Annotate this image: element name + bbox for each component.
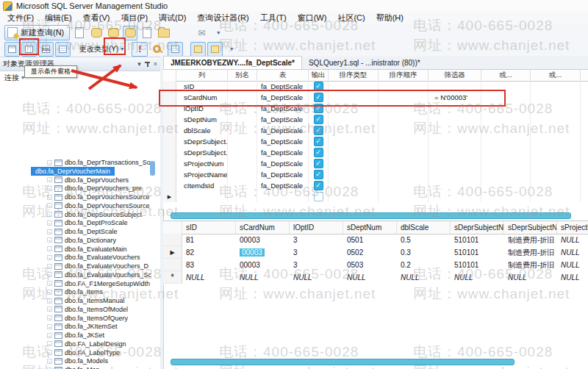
- tree-expander-icon[interactable]: +: [47, 221, 52, 226]
- criteria-row-header[interactable]: [163, 158, 176, 169]
- criteria-cell[interactable]: [531, 180, 581, 191]
- criteria-cell[interactable]: [581, 158, 588, 169]
- results-cell[interactable]: NULL: [290, 271, 343, 284]
- results-cell[interactable]: 0.2: [397, 259, 451, 271]
- criteria-row-header[interactable]: [163, 169, 176, 180]
- criteria-column-header[interactable]: 排序顺序: [379, 70, 429, 81]
- results-row[interactable]: ▶8200003305020.3510101制造费用-折旧NULL: [163, 246, 588, 259]
- tree-item[interactable]: +dbo.fa_ItemsManual: [47, 296, 125, 305]
- criteria-row-header[interactable]: [163, 147, 176, 158]
- criteria-cell[interactable]: [581, 125, 588, 136]
- results-cell[interactable]: NULL: [557, 246, 588, 259]
- criteria-cell[interactable]: [581, 114, 588, 125]
- criteria-cell[interactable]: dblScale: [176, 125, 228, 136]
- results-cell[interactable]: NULL: [236, 271, 290, 284]
- output-checkbox[interactable]: [314, 192, 323, 201]
- tree-expander-icon[interactable]: +: [47, 264, 52, 269]
- criteria-cell[interactable]: [228, 180, 257, 191]
- criteria-cell[interactable]: [531, 103, 581, 114]
- criteria-row[interactable]: cItemdsIdfa_DeptScale✓: [163, 180, 588, 191]
- results-cell[interactable]: 3: [290, 234, 343, 246]
- tree-item[interactable]: +dbo.FA_F1MergeSetupWidth: [47, 279, 150, 288]
- tree-item[interactable]: +dbo.fa_DeptScale: [47, 227, 118, 236]
- tree-expander-icon[interactable]: +: [47, 212, 52, 217]
- tree-expander-icon[interactable]: +: [47, 298, 52, 304]
- results-cell[interactable]: 510101: [451, 246, 504, 259]
- criteria-cell[interactable]: fa_DeptScale: [257, 125, 309, 136]
- criteria-cell[interactable]: [429, 191, 481, 202]
- menu-item[interactable]: 社区(C): [337, 12, 365, 24]
- criteria-output-cell[interactable]: ✓: [309, 114, 329, 125]
- criteria-output-cell[interactable]: ✓: [309, 125, 329, 136]
- tree-expander-icon[interactable]: +: [47, 272, 52, 277]
- criteria-cell[interactable]: [531, 92, 581, 103]
- tree-expander-icon[interactable]: +: [47, 195, 52, 200]
- criteria-output-cell[interactable]: ✓: [309, 169, 329, 180]
- database-copy-icon[interactable]: [89, 26, 104, 40]
- tree-item[interactable]: +dbo.fa_Msg: [47, 365, 99, 369]
- criteria-column-header[interactable]: 列: [176, 70, 228, 81]
- criteria-cell[interactable]: [379, 114, 429, 125]
- criteria-cell[interactable]: fa_DeptScale: [257, 169, 309, 180]
- criteria-row[interactable]: sDeptNumfa_DeptScale✓: [163, 114, 588, 125]
- criteria-column-header[interactable]: 排序类型: [329, 70, 379, 81]
- key-icon[interactable]: [149, 42, 164, 57]
- toolbar1-overflow-icon[interactable]: ▾: [211, 26, 226, 40]
- criteria-cell[interactable]: [581, 136, 588, 147]
- tab-query-designer[interactable]: JMEERKOBYEZWY....fa_DeptScale*: [163, 56, 302, 69]
- tab-sqlquery1[interactable]: SQLQuery1.sql - ...inistrator (80))*: [302, 57, 427, 69]
- criteria-cell[interactable]: [531, 114, 581, 125]
- tree-expander-icon[interactable]: +: [47, 359, 52, 364]
- output-checkbox[interactable]: ✓: [314, 181, 323, 190]
- results-cell[interactable]: 82: [182, 246, 236, 259]
- results-cell[interactable]: 0503: [343, 259, 397, 271]
- criteria-row[interactable]: sProjectNamefa_DeptScale✓: [163, 169, 588, 180]
- results-column-header[interactable]: lOptID: [290, 221, 343, 234]
- results-row-header[interactable]: [163, 259, 182, 271]
- results-cell[interactable]: 00003: [236, 234, 290, 246]
- output-checkbox[interactable]: ✓: [314, 159, 323, 168]
- criteria-cell[interactable]: [531, 191, 581, 202]
- menu-item[interactable]: 项目(P): [121, 12, 148, 24]
- criteria-cell[interactable]: sProjectNum: [176, 158, 228, 169]
- criteria-cell[interactable]: [581, 92, 588, 103]
- results-cell[interactable]: 00003: [236, 259, 290, 271]
- criteria-horizontal-scrollbar[interactable]: [171, 212, 571, 219]
- criteria-cell[interactable]: [329, 114, 379, 125]
- tree-expander-icon[interactable]: +: [47, 324, 52, 329]
- menu-item[interactable]: 查看(V): [83, 12, 110, 24]
- tree-item[interactable]: +dbo.fa_Models: [47, 357, 108, 365]
- add-group-by-button[interactable]: [190, 42, 206, 57]
- criteria-cell[interactable]: [581, 180, 588, 191]
- criteria-cell[interactable]: [531, 158, 581, 169]
- results-column-header[interactable]: dblScale: [397, 221, 451, 234]
- criteria-cell[interactable]: [481, 125, 531, 136]
- criteria-output-cell[interactable]: ✓: [309, 158, 329, 169]
- criteria-cell[interactable]: [379, 191, 429, 202]
- results-column-header[interactable]: sDeprSubjectNa...: [504, 221, 557, 234]
- criteria-cell[interactable]: [429, 147, 481, 158]
- results-cell[interactable]: 制造费用-折旧: [504, 259, 557, 271]
- criteria-cell[interactable]: [481, 169, 531, 180]
- criteria-column-header[interactable]: 输出: [309, 70, 329, 81]
- results-cell[interactable]: NULL: [557, 234, 588, 246]
- criteria-cell[interactable]: sProjectName: [176, 169, 228, 180]
- criteria-cell[interactable]: [531, 81, 581, 92]
- criteria-cell[interactable]: fa_DeptScale: [257, 158, 309, 169]
- window-position-icon[interactable]: ▾: [137, 60, 141, 68]
- verify-sql-button[interactable]: [168, 42, 183, 57]
- criteria-cell[interactable]: [429, 158, 481, 169]
- criteria-cell[interactable]: [481, 114, 531, 125]
- criteria-cell[interactable]: [329, 147, 379, 158]
- tree-expander-icon[interactable]: +: [47, 350, 52, 355]
- criteria-row-header[interactable]: [163, 180, 176, 191]
- results-cell[interactable]: 0502: [343, 246, 397, 259]
- results-cell[interactable]: 0501: [343, 234, 397, 246]
- results-cell[interactable]: 0.3: [397, 246, 451, 259]
- tree-expander-icon[interactable]: +: [47, 255, 52, 260]
- criteria-cell[interactable]: [257, 191, 309, 202]
- criteria-row[interactable]: ▶: [163, 191, 588, 202]
- criteria-cell[interactable]: [481, 136, 531, 147]
- tree-item[interactable]: dbo.fa_DeprVoucherMain: [31, 167, 115, 176]
- menu-item[interactable]: 查询设计器(R): [197, 12, 248, 24]
